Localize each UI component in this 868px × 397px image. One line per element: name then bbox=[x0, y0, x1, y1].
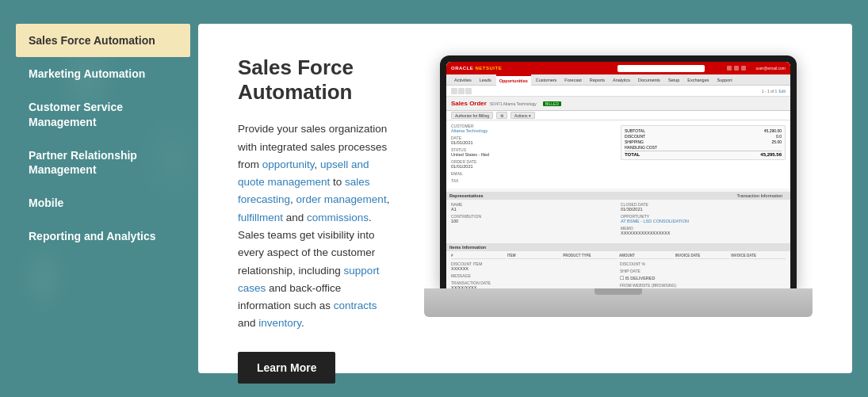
ns-edit-link[interactable]: Edit bbox=[778, 89, 786, 94]
ns-section-header-items: Items Information bbox=[446, 243, 790, 251]
ns-items-section: # ITEM PRODUCT TYPE AMOUNT INVOICE DATE … bbox=[446, 251, 790, 289]
ns-nav-opportunities[interactable]: Opportunities bbox=[496, 74, 531, 86]
ns-nav-leads[interactable]: Leads bbox=[476, 74, 495, 86]
ns-page-header: Sales Order SO471 Altama Technology BILL… bbox=[446, 97, 790, 111]
ns-nav-activities[interactable]: Activities bbox=[451, 74, 475, 86]
ns-left-col: CUSTOMER Altama Technology DATE 01/01/20… bbox=[451, 124, 616, 185]
ns-search-bar[interactable] bbox=[618, 65, 705, 72]
sidebar-item-partner-relationship-management[interactable]: Partner Relationship Management bbox=[16, 139, 190, 186]
text-section: Sales Force Automation Provide your sale… bbox=[238, 55, 392, 384]
ns-btn-authorize-billing[interactable]: Authorize for Billing bbox=[451, 112, 493, 119]
ns-field-from-website: FROM WEBSITE (BROWSING) bbox=[620, 283, 786, 288]
ns-order-number: SO471 Altama Technology bbox=[490, 101, 537, 106]
content-area: Sales Force Automation Provide your sale… bbox=[198, 24, 852, 373]
ns-rep-name: A1 bbox=[451, 207, 457, 212]
ns-order-date-value: 01/01/2021 bbox=[451, 164, 473, 169]
ns-nav: Activities Leads Opportunities Customers… bbox=[446, 74, 790, 86]
ns-breadcrumb-icon-2[interactable] bbox=[458, 88, 465, 94]
ns-nav-setup[interactable]: Setup bbox=[665, 74, 683, 86]
ns-status-value: United States - filed bbox=[451, 152, 489, 157]
ns-nav-forecast[interactable]: Forecast bbox=[561, 74, 584, 86]
content-title: Sales Force Automation bbox=[238, 55, 392, 105]
ns-amounts-section: SUBTOTAL 45,290.00 DISCOUNT 0.0 bbox=[621, 125, 786, 160]
ns-col-header-units: AMOUNT bbox=[619, 254, 674, 259]
link-inventory: inventory bbox=[258, 317, 301, 329]
ns-field-discount-item: DISCOUNT ITEM XXXXXX bbox=[451, 261, 617, 271]
ns-items-grid: # ITEM PRODUCT TYPE AMOUNT INVOICE DATE … bbox=[451, 254, 786, 259]
ns-nav-documents[interactable]: Documents bbox=[635, 74, 663, 86]
ns-breadcrumb-icon-3[interactable] bbox=[465, 88, 472, 94]
ns-closed-date: 01/30/2021 bbox=[621, 207, 643, 212]
ns-topbar: ORACLE NETSUITE user@email.com bbox=[446, 62, 790, 74]
ns-nav-analytics[interactable]: Analytics bbox=[610, 74, 633, 86]
ns-amount-tax-amount: HANDLING COST bbox=[625, 145, 782, 150]
ns-amount-total: TOTAL 45,295.56 bbox=[625, 151, 782, 157]
ns-topbar-icons bbox=[727, 66, 746, 71]
laptop-base bbox=[424, 288, 813, 317]
netsuite-logo: ORACLE NETSUITE bbox=[451, 66, 502, 71]
ns-user-info: user@email.com bbox=[755, 66, 786, 71]
ns-amount-discount: DISCOUNT 0.0 bbox=[625, 134, 782, 139]
ns-rep-contrib: 100 bbox=[451, 219, 458, 223]
ns-nav-reports[interactable]: Reports bbox=[587, 74, 608, 86]
ns-field-tax: TAX bbox=[451, 178, 616, 183]
ns-rep-left: NAME A1 CONTRIBUTION 100 bbox=[451, 202, 616, 238]
sidebar-item-mobile[interactable]: Mobile bbox=[16, 186, 190, 219]
link-commissions: commissions bbox=[307, 212, 369, 223]
ns-footer-left: DISCOUNT ITEM XXXXXX MESSAGE TRANSACTION… bbox=[451, 261, 617, 289]
ns-nav-customers[interactable]: Customers bbox=[533, 74, 560, 86]
learn-more-button[interactable]: Learn More bbox=[238, 352, 335, 384]
netsuite-screen: ORACLE NETSUITE user@email.com bbox=[446, 62, 790, 289]
ns-field-rep-name: NAME A1 bbox=[451, 202, 616, 212]
ns-content-fields: CUSTOMER Altama Technology DATE 01/01/20… bbox=[446, 120, 790, 189]
ns-amount-shipping: SHIPPING 25.00 bbox=[625, 139, 782, 144]
ns-col-header-line: # bbox=[451, 254, 506, 259]
laptop-screen-outer: ORACLE NETSUITE user@email.com bbox=[440, 55, 797, 289]
ns-right-col: SUBTOTAL 45,290.00 DISCOUNT 0.0 bbox=[621, 124, 786, 185]
link-fulfillment: fulfillment bbox=[238, 212, 283, 223]
ns-col-header-rate: INVOICE DATE bbox=[675, 254, 730, 259]
laptop-screen-inner: ORACLE NETSUITE user@email.com bbox=[446, 62, 790, 289]
content-description: Provide your sales organization with int… bbox=[238, 120, 392, 332]
ns-icon-3 bbox=[741, 66, 746, 71]
ns-opp-link[interactable]: AT BSME - LSD CONSOLIDATION bbox=[621, 219, 689, 223]
ns-field-date: DATE 01/01/2021 bbox=[451, 136, 616, 145]
ns-btn-fulfill[interactable]: ⚙ bbox=[496, 112, 507, 119]
laptop-wrapper: ORACLE NETSUITE user@email.com bbox=[424, 55, 813, 317]
sidebar-item-marketing-automation[interactable]: Marketing Automation bbox=[16, 57, 190, 90]
sidebar: Sales Force Automation Marketing Automat… bbox=[16, 24, 190, 373]
ns-field-is-delivered: ☐ IS DELIVERED bbox=[620, 276, 786, 281]
ns-field-order-date: ORDER DATE 01/01/2021 bbox=[451, 159, 616, 169]
ns-memo: XXXXXXXXXXXXXXXXX bbox=[621, 231, 670, 235]
ns-field-customer: CUSTOMER Altama Technology bbox=[451, 124, 616, 133]
sidebar-item-customer-service-management[interactable]: Customer Service Management bbox=[16, 90, 190, 138]
sidebar-item-reporting-and-analytics[interactable]: Reporting and Analytics bbox=[16, 219, 190, 253]
ns-pagination: 1 - 1 of 1 bbox=[762, 89, 778, 94]
ns-rep-section: NAME A1 CONTRIBUTION 100 bbox=[446, 200, 790, 240]
ns-icon-1 bbox=[727, 66, 732, 71]
ns-page-title: Sales Order bbox=[451, 100, 487, 107]
ns-field-ship-date: SHIP DATE bbox=[620, 269, 786, 273]
ns-customer-link[interactable]: Altama Technology bbox=[451, 128, 488, 133]
ns-actions: Authorize for Billing ⚙ Actions ▾ bbox=[446, 111, 790, 120]
ns-field-source: MEMO XXXXXXXXXXXXXXXXX bbox=[621, 226, 786, 235]
ns-col-header-item: ITEM bbox=[507, 254, 562, 259]
link-order-management: order management bbox=[296, 193, 387, 205]
ns-breadcrumb: 1 - 1 of 1 Edit bbox=[446, 86, 790, 97]
ns-nav-support[interactable]: Support bbox=[713, 74, 735, 86]
ns-field-discount-pct: DISCOUNT % bbox=[620, 261, 786, 266]
ns-col-header-qty: PRODUCT TYPE bbox=[563, 254, 618, 259]
ns-nav-exchanges[interactable]: Exchanges bbox=[684, 74, 712, 86]
link-contracts: contracts bbox=[334, 300, 377, 311]
ns-icon-2 bbox=[734, 66, 739, 71]
ns-field-status: STATUS United States - filed bbox=[451, 147, 616, 157]
ns-field-email: EMAIL bbox=[451, 171, 616, 176]
main-container: Sales Force Automation Marketing Automat… bbox=[0, 0, 868, 397]
ns-breadcrumb-icons bbox=[451, 88, 472, 94]
ns-page-header-row: Sales Order SO471 Altama Technology BILL… bbox=[451, 100, 786, 107]
ns-breadcrumb-icon-1[interactable] bbox=[451, 88, 457, 94]
ns-btn-actions[interactable]: Actions ▾ bbox=[510, 112, 535, 119]
ns-date-value: 01/01/2021 bbox=[451, 140, 473, 145]
sidebar-item-sales-force-automation[interactable]: Sales Force Automation bbox=[16, 24, 190, 57]
ns-field-rep-contribution: CONTRIBUTION 100 bbox=[451, 214, 616, 223]
